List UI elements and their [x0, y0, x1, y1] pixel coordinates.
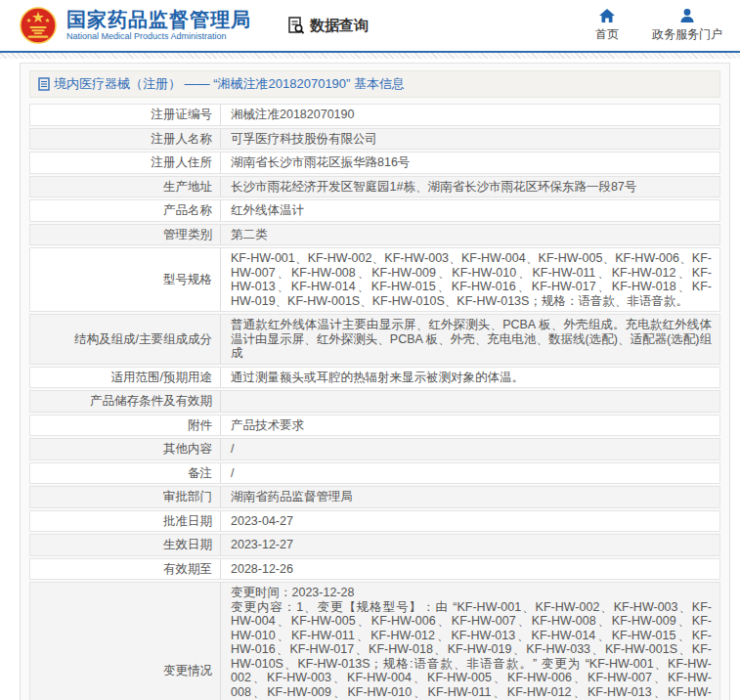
breadcrumb: 境内医疗器械（注册） —— “湘械注准20182070190” 基本信息	[29, 70, 720, 98]
row-value: 第二类	[221, 225, 719, 245]
home-icon	[598, 8, 616, 23]
row-label: 附件	[30, 416, 221, 436]
row-label-text: 备注	[188, 466, 212, 481]
row-value: 2023-12-27	[221, 535, 719, 555]
row-label: 产品名称	[30, 200, 221, 221]
national-emblem-icon	[20, 7, 57, 44]
row-label: 备注	[30, 463, 221, 484]
table-row: 适用范围/预期用途通过测量额头或耳腔的热辐射来显示被测对象的体温。	[29, 367, 720, 389]
row-label-text: 型号规格	[163, 273, 212, 287]
row-label: 审批部门	[30, 487, 221, 507]
row-label: 有效期至	[30, 559, 221, 580]
table-row: 型号规格KF-HW-001、KF-HW-002、KF-HW-003、KF-HW-…	[29, 247, 720, 312]
table-row: 生产地址长沙市雨花经济开发区智庭园1#栋、湖南省长沙市雨花区环保东路一段87号	[29, 176, 720, 198]
row-label-text: 变更情况	[163, 664, 212, 678]
row-value: 红外线体温计	[221, 200, 719, 221]
row-value-text: 红外线体温计	[231, 203, 712, 218]
row-value-text: 产品技术要求	[231, 418, 712, 433]
document-search-icon	[286, 16, 306, 35]
row-label: 产品储存条件及有效期	[30, 391, 221, 412]
table-row: 其他内容/	[29, 438, 720, 460]
row-value: 普通款红外线体温计主要由显示屏、红外探测头、PCBA 板、外壳组成。充电款红外线…	[221, 315, 719, 364]
nav-portal-label: 政务服务门户	[652, 26, 722, 43]
row-value: 通过测量额头或耳腔的热辐射来显示被测对象的体温。	[221, 368, 719, 388]
row-label-text: 产品名称	[163, 203, 212, 218]
row-label-text: 其他内容	[163, 442, 212, 457]
row-label: 适用范围/预期用途	[30, 368, 221, 388]
row-value-text: 可孚医疗科技股份有限公司	[231, 132, 712, 147]
table-row: 产品名称红外线体温计	[29, 199, 720, 222]
table-row: 附件产品技术要求	[29, 415, 720, 437]
row-value: KF-HW-001、KF-HW-002、KF-HW-003、KF-HW-004、…	[221, 248, 719, 311]
document-icon	[38, 77, 50, 91]
breadcrumb-text: 境内医疗器械（注册） —— “湘械注准20182070190” 基本信息	[54, 75, 405, 93]
row-value-text: 2023-12-27	[231, 538, 712, 552]
table-row: 生效日期2023-12-27	[29, 534, 720, 556]
row-label: 管理类别	[30, 225, 221, 245]
row-label-text: 注册证编号	[152, 108, 213, 122]
table-row: 审批部门湖南省药品监督管理局	[29, 486, 720, 508]
user-icon	[678, 8, 696, 23]
row-value-text: 第二类	[231, 228, 712, 242]
table-row: 注册证编号湘械注准20182070190	[29, 104, 720, 126]
row-label-text: 附件	[188, 418, 212, 433]
site-subtitle: National Medical Products Administration	[66, 32, 251, 42]
row-value-text: 2028-12-26	[231, 562, 712, 577]
row-label: 其他内容	[30, 439, 221, 459]
row-label: 注册人名称	[30, 129, 221, 150]
row-label-text: 审批部门	[163, 490, 212, 504]
row-label: 生产地址	[30, 177, 221, 197]
table-row: 管理类别第二类	[29, 224, 720, 246]
brand-block: 国家药品监督管理局 National Medical Products Admi…	[66, 9, 251, 42]
nav-data-query-label: 数据查询	[310, 17, 369, 35]
row-label: 结构及组成/主要组成成分	[30, 315, 221, 364]
row-value: /	[221, 463, 719, 484]
row-label-text: 生产地址	[163, 180, 212, 195]
row-label: 批准日期	[30, 511, 221, 532]
row-label-text: 生效日期	[163, 538, 212, 552]
row-value-text: 湖南省长沙市雨花区振华路816号	[231, 155, 712, 170]
row-label: 型号规格	[30, 248, 221, 311]
site-title: 国家药品监督管理局	[66, 9, 251, 30]
table-row: 批准日期2023-04-27	[29, 510, 720, 533]
table-row: 备注/	[29, 462, 720, 485]
row-value: 产品技术要求	[221, 416, 719, 436]
row-label-text: 管理类别	[163, 228, 212, 242]
row-value	[221, 391, 719, 412]
table-row: 产品储存条件及有效期	[29, 390, 720, 413]
row-value: 变更时间：2023-12-28 变更内容：1、变更【规格型号】：由 “KF-HW…	[221, 583, 719, 700]
row-value-text: 长沙市雨花经济开发区智庭园1#栋、湖南省长沙市雨花区环保东路一段87号	[231, 180, 712, 195]
row-value: 湖南省长沙市雨花区振华路816号	[221, 153, 719, 173]
row-label-text: 注册人住所	[152, 155, 213, 170]
row-value: 2023-04-27	[221, 511, 719, 532]
table-row: 结构及组成/主要组成成分普通款红外线体温计主要由显示屏、红外探测头、PCBA 板…	[29, 314, 720, 365]
row-label: 生效日期	[30, 535, 221, 555]
table-row: 注册人住所湖南省长沙市雨花区振华路816号	[29, 152, 720, 174]
content-panel: 境内医疗器械（注册） —— “湘械注准20182070190” 基本信息 注册证…	[20, 63, 730, 700]
table-row: 有效期至2028-12-26	[29, 558, 720, 581]
nav-portal[interactable]: 政务服务门户	[652, 8, 722, 43]
hatch-texture	[0, 53, 740, 59]
row-label-text: 有效期至	[163, 562, 212, 577]
nav-home[interactable]: 首页	[595, 8, 619, 43]
row-value-text: 普通款红外线体温计主要由显示屏、红外探测头、PCBA 板、外壳组成。充电款红外线…	[231, 318, 712, 361]
row-value: 长沙市雨花经济开发区智庭园1#栋、湖南省长沙市雨花区环保东路一段87号	[221, 177, 719, 197]
row-value-text: 通过测量额头或耳腔的热辐射来显示被测对象的体温。	[231, 371, 712, 385]
row-value: 2028-12-26	[221, 559, 719, 580]
row-value-text: /	[231, 466, 712, 481]
row-label: 注册证编号	[30, 105, 221, 125]
row-value: 湖南省药品监督管理局	[221, 487, 719, 507]
row-value-text: 湖南省药品监督管理局	[231, 490, 712, 504]
top-header: 国家药品监督管理局 National Medical Products Admi…	[0, 0, 740, 51]
row-value: 可孚医疗科技股份有限公司	[221, 129, 719, 150]
row-value-text: 湘械注准20182070190	[231, 108, 712, 122]
row-value-text: 变更时间：2023-12-28 变更内容：1、变更【规格型号】：由 “KF-HW…	[231, 586, 712, 700]
nav-home-label: 首页	[595, 26, 619, 43]
row-value-text: /	[231, 442, 712, 457]
row-label-text: 适用范围/预期用途	[111, 371, 212, 385]
row-label: 变更情况	[30, 583, 221, 700]
row-label-text: 产品储存条件及有效期	[90, 394, 212, 409]
row-label: 注册人住所	[30, 153, 221, 173]
table-row: 变更情况变更时间：2023-12-28 变更内容：1、变更【规格型号】：由 “K…	[29, 582, 720, 700]
nav-data-query[interactable]: 数据查询	[286, 16, 369, 35]
